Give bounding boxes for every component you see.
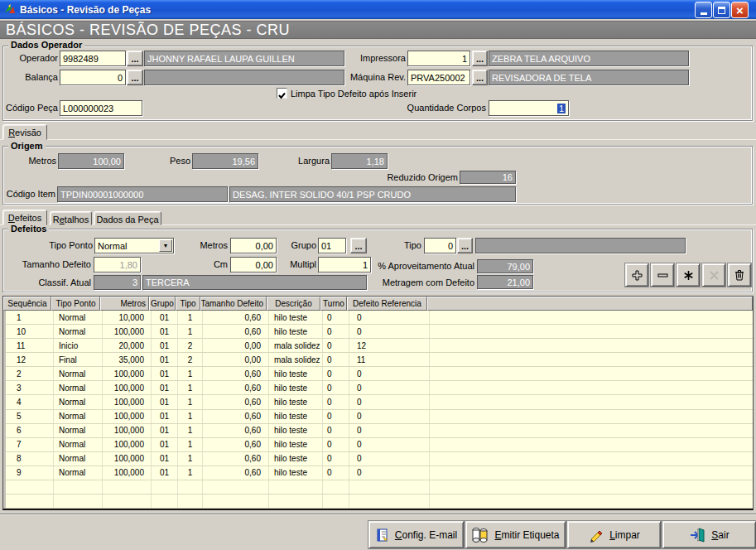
dados-operador-legend: Dados Operador [8, 40, 84, 50]
x-icon [709, 270, 720, 281]
grupo-lookup-button[interactable]: ... [350, 238, 367, 253]
chevron-down-icon[interactable]: ▼ [159, 239, 172, 252]
table-cell: 0 [323, 410, 349, 423]
table-cell: 0 [323, 311, 349, 324]
tamanho-defeito-input[interactable]: 1,80 [94, 257, 141, 273]
config-email-button[interactable]: Config. E-mail [368, 521, 464, 548]
maquina-rev-input[interactable]: PRVA250002 [407, 70, 470, 85]
close-button[interactable]: × [731, 2, 749, 18]
remove-defect-button[interactable] [651, 263, 674, 287]
grid-column-header[interactable]: Tamanho Defeito [200, 297, 267, 311]
tipo-desc-display [475, 238, 686, 253]
tipo-ponto-select[interactable]: Normal ▼ [94, 238, 174, 253]
table-row[interactable] [6, 495, 753, 509]
table-cell: 0 [323, 339, 349, 352]
table-row[interactable]: 5Normal100,0000110,60hilo teste00 [6, 410, 753, 424]
table-row[interactable]: 10Normal100,0000110,60hilo teste00 [6, 325, 753, 339]
add-defect-button[interactable] [625, 263, 648, 287]
delete-defect-button[interactable] [728, 263, 751, 287]
cancel-defect-button[interactable] [702, 263, 725, 287]
table-cell [323, 495, 349, 508]
tab-revisao[interactable]: Revisão [2, 124, 47, 140]
maquina-rev-label: Máquina Rev. [315, 72, 406, 82]
table-row[interactable]: 2Normal100,0000110,60hilo teste00 [6, 367, 753, 381]
grid-column-header[interactable]: Tipo [176, 297, 200, 311]
tab-dados-da-peca[interactable]: Dados da Peça [94, 211, 161, 225]
table-cell: 0,60 [203, 325, 269, 338]
table-row[interactable]: 1Normal10,0000110,60hilo teste00 [6, 311, 753, 325]
table-cell [349, 495, 430, 508]
table-cell: 3 [6, 381, 54, 394]
grupo-input[interactable]: 01 [318, 238, 346, 253]
table-cell: 01 [152, 325, 178, 338]
maquina-rev-lookup-button[interactable]: ... [472, 70, 488, 85]
maximize-button[interactable] [713, 2, 730, 18]
table-cell: Normal [54, 410, 103, 423]
tipo-lookup-button[interactable]: ... [457, 238, 473, 253]
table-cell-filler [430, 311, 753, 324]
grid-column-header[interactable]: Defeito Referencia [347, 297, 427, 311]
grid-column-header[interactable]: Metros [100, 297, 149, 311]
grid-column-header[interactable]: Sequência [3, 297, 51, 311]
impressora-lookup-button[interactable]: ... [472, 51, 488, 66]
table-row[interactable]: 6Normal100,0000110,60hilo teste00 [6, 424, 753, 438]
title-bar: Básicos - Revisão de Peças × [0, 0, 756, 19]
table-row[interactable]: 8Normal100,0000110,60hilo teste00 [6, 452, 753, 466]
impressora-input[interactable]: 1 [407, 51, 470, 66]
cm-input[interactable]: 0,00 [230, 257, 277, 273]
emitir-etiqueta-button[interactable]: Emitir Etiqueta [465, 521, 566, 548]
table-row[interactable]: 4Normal100,0000110,60hilo teste00 [6, 395, 753, 409]
tab-retalhos[interactable]: Retalhos [50, 211, 92, 225]
grid-column-header[interactable]: Grupo [149, 297, 176, 311]
grid-column-header[interactable]: Descrição [267, 297, 320, 311]
tipo-input[interactable]: 0 [424, 238, 456, 253]
table-cell: hilo teste [269, 311, 323, 324]
balanca-lookup-button[interactable]: ... [127, 70, 143, 85]
table-cell: 100,000 [103, 466, 152, 480]
table-row[interactable]: 3Normal100,0000110,60hilo teste00 [6, 381, 753, 395]
table-cell: 0 [323, 367, 349, 380]
table-cell: 1 [178, 367, 203, 380]
table-row[interactable]: 12Final35,0000120,00mala solidez011 [6, 353, 753, 367]
table-cell: 0,60 [203, 424, 269, 437]
table-cell: Normal [54, 381, 103, 394]
table-cell: 0 [323, 381, 349, 394]
config-email-label: Config. E-mail [395, 529, 457, 541]
asterisk-icon [683, 270, 694, 281]
grupo-label: Grupo [273, 240, 316, 250]
table-cell: 0 [349, 311, 430, 324]
limpa-tipo-defeito-checkbox[interactable] [277, 88, 287, 99]
table-cell: 0 [323, 395, 349, 408]
codigo-item-code-display: TPDIN00001000000 [57, 186, 228, 202]
table-cell [178, 495, 203, 508]
table-cell: 01 [152, 410, 178, 423]
table-cell-filler [430, 353, 753, 366]
table-row[interactable]: 9Normal100,0000110,60hilo teste00 [6, 466, 753, 480]
sair-button[interactable]: Sair [662, 521, 756, 548]
grid-column-header[interactable]: Tipo Ponto [51, 297, 100, 311]
table-row[interactable] [6, 480, 753, 495]
table-row[interactable]: 7Normal100,0000110,60hilo teste00 [6, 438, 753, 452]
minimize-button[interactable] [695, 2, 712, 18]
origem-largura-display: 1,18 [331, 153, 388, 169]
table-cell: 11 [6, 339, 54, 352]
table-row[interactable]: 11Inicio20,0000120,00mala solidez012 [6, 339, 753, 353]
table-cell: 2 [178, 339, 203, 352]
table-cell: Normal [54, 367, 103, 380]
operador-input[interactable]: 9982489 [60, 51, 126, 66]
quantidade-corpos-input[interactable]: 1 [489, 100, 569, 116]
page-title: BÁSICOS - REVISÃO DE PEÇAS - CRU [6, 22, 290, 39]
multipl-input[interactable]: 1 [318, 257, 371, 273]
grid-column-header[interactable]: Turno [320, 297, 347, 311]
limpar-button[interactable]: Limpar [567, 521, 661, 548]
balanca-input[interactable]: 0 [60, 70, 126, 85]
tab-defeitos[interactable]: Defeitos [2, 210, 47, 225]
operador-lookup-button[interactable]: ... [127, 51, 143, 66]
edit-defect-button[interactable] [677, 263, 700, 287]
codigo-peca-input[interactable]: L000000023 [60, 100, 142, 116]
defeitos-metros-input[interactable]: 0,00 [230, 238, 277, 253]
table-cell: 100,000 [103, 424, 152, 437]
table-cell-filler [430, 339, 753, 352]
email-config-icon [375, 528, 390, 543]
aproveitamento-label: % Aproveitamento Atual [377, 261, 474, 271]
